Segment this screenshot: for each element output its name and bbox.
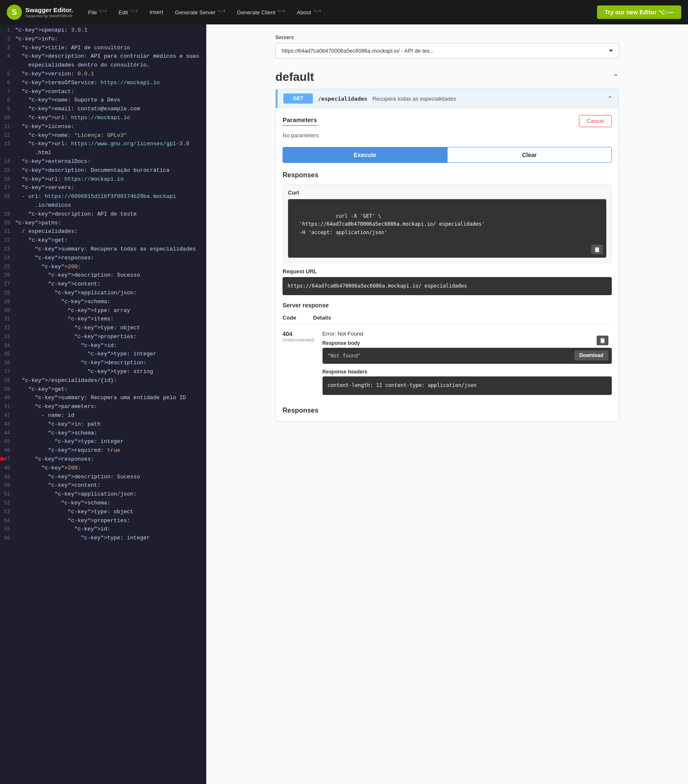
line-number: 13 (3, 140, 15, 148)
line-content: "c-key">200: (15, 464, 203, 473)
editor-line-9: 9 "c-key">email: contato@example.com (0, 105, 206, 114)
line-content: "c-key">in: path (15, 420, 203, 429)
editor-line-19: 19 "c-key">description: API de teste (0, 210, 206, 219)
editor-line-13: 13 "c-key">url: https://www.gnu.org/lice… (0, 140, 206, 157)
line-content: "c-key">parameters: (15, 403, 203, 411)
editor-line-40: 40 "c-key">summary: Recupera uma entidad… (0, 394, 206, 403)
nav-file[interactable]: File ⌥↑4 (83, 6, 112, 18)
line-number: 35 (3, 350, 15, 358)
app-title: Swagger Editor. (25, 6, 73, 13)
download-button[interactable]: Download (574, 350, 608, 360)
line-number: 39 (3, 385, 15, 394)
editor-line-30: 30 "c-key">type: array (0, 307, 206, 315)
editor-line-22: 22 "c-key">get: (0, 236, 206, 245)
server-response-label: Server response (283, 302, 612, 309)
editor-line-10: 10 "c-key">url: https://mockapi.io (0, 114, 206, 123)
clear-button[interactable]: Clear (447, 147, 612, 163)
line-number: 26 (3, 271, 15, 280)
editor-line-29: 29 "c-key">schema: (0, 298, 206, 307)
editor-line-49: 49 "c-key">description: Sucesso (0, 473, 206, 482)
line-content: "c-key">get: (15, 236, 203, 245)
line-content: "c-key">type: object (15, 508, 203, 517)
editor-line-44: 44 "c-key">schema: (0, 429, 206, 438)
parameters-tab[interactable]: Parameters (283, 116, 317, 126)
line-content: "c-key">url: https://mockapi.io (15, 175, 203, 184)
nav-insert[interactable]: Insert (144, 6, 168, 18)
editor-line-39: 39 "c-key">get: (0, 385, 206, 394)
nav-generate-client[interactable]: Generate Client ⌥↑4 (232, 6, 290, 18)
line-number: 23 (3, 245, 15, 253)
line-content: "c-key">description: Sucesso (15, 271, 203, 280)
line-content: "c-key">items: (15, 315, 203, 324)
line-number: 19 (3, 210, 15, 219)
line-number: 11 (3, 123, 15, 131)
line-content: "c-key">id: (15, 341, 203, 350)
line-number: 52 (3, 499, 15, 507)
line-content: "c-key">id: (15, 525, 203, 534)
line-number: 21 (3, 227, 15, 236)
response-code-cell: 404 Undocumented (283, 331, 314, 342)
line-content: "c-key">name: Suporte a Devs (15, 96, 203, 105)
execute-button[interactable]: Execute (283, 147, 447, 163)
endpoint-header[interactable]: GET /especialidades Recupera todas as es… (276, 89, 619, 108)
response-headers-text: content-length: 11 content-type: applica… (328, 382, 477, 388)
nav-generate-server[interactable]: Generate Server ⌥↑4 (170, 6, 230, 18)
response-table-header: Code Details (283, 312, 612, 324)
servers-select[interactable]: https://64ad7ca0b470006a5ec6086a.mockapi… (275, 43, 619, 59)
response-headers-value: content-length: 11 content-type: applica… (323, 376, 612, 395)
line-number: 31 (3, 315, 15, 323)
nav-menu: File ⌥↑4 Edit ⌥↑4 Insert Generate Server… (83, 6, 594, 18)
response-body-text: "Not found" (328, 353, 361, 359)
line-content: "c-key">/especialidades/{id}: (15, 376, 203, 385)
line-number: 12 (3, 131, 15, 140)
line-content: "c-key">license: (15, 123, 203, 131)
line-content: "c-key">externalDocs: (15, 157, 203, 166)
code-editor[interactable]: 1"c-key">openapi: 3.0.12"c-key">info:3 "… (0, 24, 206, 784)
response-body-label: Response body (323, 340, 612, 346)
default-section-header[interactable]: default ⌃ (275, 70, 619, 84)
line-content: "c-key">description: Sucesso (15, 473, 203, 482)
line-number: 41 (3, 403, 15, 411)
line-content: "c-key">properties: (15, 333, 203, 341)
response-body-code: "Not found" 📋 Download (323, 348, 612, 364)
line-number: 44 (3, 429, 15, 437)
line-content: "c-key">content: (15, 481, 203, 490)
line-number: 37 (3, 368, 15, 376)
line-number: 5 (3, 70, 15, 78)
line-number: 9 (3, 105, 15, 113)
line-number: 38 (3, 376, 15, 385)
line-content: "c-key">content: (15, 280, 203, 289)
line-content: "c-key">summary: Recupera uma entidade p… (15, 394, 203, 403)
editor-line-25: 25 "c-key">200: (0, 263, 206, 272)
editor-line-34: 34 "c-key">id: (0, 341, 206, 350)
copy-body-button[interactable]: 📋 (597, 336, 608, 345)
details-header: Details (313, 315, 331, 321)
line-number: 14 (3, 157, 15, 166)
line-number: 50 (3, 481, 15, 490)
curl-label: Curl (288, 189, 606, 196)
line-content: "c-key">type: integer (15, 350, 203, 359)
line-number: 7 (3, 88, 15, 96)
line-number: 3 (3, 44, 15, 52)
line-content: "c-key">description: API para controlar … (15, 52, 203, 70)
line-number: 16 (3, 175, 15, 184)
editor-line-11: 11 "c-key">license: (0, 123, 206, 131)
editor-line-31: 31 "c-key">items: (0, 315, 206, 324)
editor-line-3: 3 "c-key">title: API de consultório (0, 44, 206, 53)
line-content: "c-key">type: integer (15, 534, 203, 543)
editor-line-37: 37 "c-key">type: string (0, 368, 206, 376)
line-number: 29 (3, 298, 15, 306)
line-number: 43 (3, 420, 15, 429)
nav-about[interactable]: About ⌥↑4 (292, 6, 326, 18)
cancel-button[interactable]: Cancel (579, 115, 612, 127)
line-content: - url: https://6096015d116f3f00174b29ba.… (15, 192, 203, 210)
responses-label: Responses (283, 171, 612, 179)
line-content: "c-key">type: string (15, 368, 203, 376)
editor-line-41: 41 "c-key">parameters: (0, 403, 206, 411)
nav-edit[interactable]: Edit ⌥↑4 (113, 6, 143, 18)
editor-line-46: 46 "c-key">required: true (0, 446, 206, 455)
copy-curl-button[interactable]: 📋 (591, 245, 603, 254)
editor-line-14: 14 "c-key">externalDocs: (0, 157, 206, 166)
line-content: "c-key">200: (15, 263, 203, 272)
try-new-editor-button[interactable]: Try our new Editor ⌥↑— (597, 5, 681, 19)
